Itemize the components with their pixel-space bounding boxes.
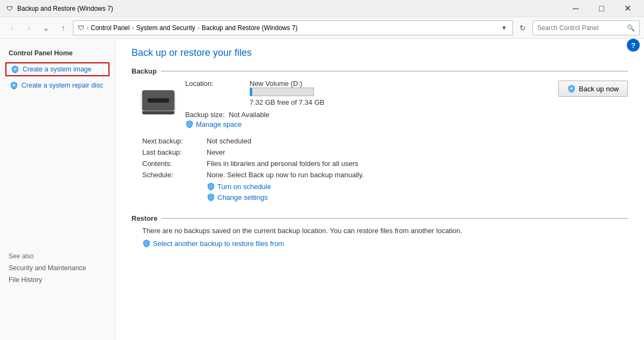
window-title: Backup and Restore (Windows 7): [17, 5, 113, 12]
schedule-value: None. Select Back up now to run backup m…: [207, 171, 364, 179]
location-value-block: New Volume (D:) 7.32 GB free of 7.34 GB: [250, 79, 324, 110]
recent-button[interactable]: ⌄: [39, 20, 54, 35]
last-backup-value: Never: [207, 148, 225, 156]
shield-icon-schedule: [207, 182, 215, 191]
page-title: Back up or restore your files: [131, 47, 628, 59]
change-settings-row: Change settings: [131, 193, 628, 201]
sidebar-link-label-repair-disc: Create a system repair disc: [21, 82, 103, 89]
path-dropdown-button[interactable]: ▾: [500, 24, 508, 32]
close-button[interactable]: ✕: [615, 0, 640, 17]
backup-section-label: Backup: [131, 67, 157, 75]
title-bar-controls: ─ □ ✕: [564, 0, 640, 17]
back-up-now-button[interactable]: Back up now: [558, 81, 628, 97]
disk-progress-fill: [250, 88, 252, 96]
backup-size-row: Backup size: Not Available: [185, 111, 324, 119]
search-box: 🔍: [532, 20, 640, 35]
shield-icon-restore: [142, 239, 151, 248]
contents-value: Files in libraries and personal folders …: [207, 160, 358, 168]
app-icon: 🛡: [6, 5, 13, 12]
change-settings-label: Change settings: [217, 193, 268, 201]
turn-on-schedule-row: Turn on schedule: [131, 182, 628, 191]
maximize-button[interactable]: □: [589, 0, 614, 17]
disk-size: 7.32 GB free of 7.34 GB: [250, 98, 324, 106]
next-backup-label: Next backup:: [142, 137, 207, 145]
minimize-button[interactable]: ─: [564, 0, 588, 17]
select-another-backup-label: Select another backup to restore files f…: [153, 240, 284, 248]
next-backup-row: Next backup: Not scheduled: [142, 137, 628, 145]
forward-button[interactable]: ›: [21, 20, 36, 35]
search-icon: 🔍: [627, 24, 635, 32]
location-info-block: Location: New Volume (D:) 7.32 GB free o…: [142, 79, 324, 135]
backup-section: Backup Location:: [131, 67, 628, 201]
shield-icon-settings: [207, 193, 215, 201]
sidebar-link-repair-disc[interactable]: Create a system repair disc: [5, 79, 109, 91]
sidebar-link-label-system-image: Create a system image: [23, 66, 92, 73]
up-button[interactable]: ↑: [56, 20, 71, 35]
turn-on-schedule-link[interactable]: Turn on schedule: [207, 182, 271, 191]
location-name: New Volume (D:): [250, 79, 324, 88]
backup-size-value: Not Available: [229, 111, 269, 119]
refresh-button[interactable]: ↻: [515, 20, 530, 35]
backup-section-line: [161, 71, 628, 71]
location-details: Location: New Volume (D:) 7.32 GB free o…: [185, 79, 324, 135]
path-segment-3: Backup and Restore (Windows 7): [202, 24, 298, 32]
restore-section-header: Restore: [131, 214, 628, 222]
location-label: Location:: [185, 79, 250, 88]
path-sep3: ›: [197, 24, 200, 32]
back-button[interactable]: ‹: [4, 20, 19, 35]
manage-space-label: Manage space: [196, 120, 241, 128]
next-backup-value: Not scheduled: [207, 137, 251, 145]
help-button[interactable]: ?: [627, 39, 640, 52]
backup-section-header: Backup: [131, 67, 628, 75]
restore-description: There are no backups saved on the curren…: [131, 227, 628, 235]
restore-section: Restore There are no backups saved on th…: [131, 214, 628, 248]
back-up-now-label: Back up now: [579, 85, 619, 93]
search-input[interactable]: [537, 24, 625, 32]
restore-section-label: Restore: [131, 214, 157, 222]
last-backup-row: Last backup: Never: [142, 148, 628, 156]
address-path[interactable]: 🛡 › Control Panel › System and Security …: [73, 20, 513, 35]
sidebar-link-create-system-image[interactable]: Create a system image: [5, 62, 109, 76]
disk-progress-bar: [250, 88, 314, 96]
schedule-row: Schedule: None. Select Back up now to ru…: [142, 171, 628, 179]
contents-row: Contents: Files in libraries and persona…: [142, 160, 628, 168]
shield-icon-backup-btn: [567, 84, 576, 93]
path-sep2: ›: [132, 24, 134, 32]
sidebar: Control Panel Home Create a system image…: [0, 39, 115, 340]
shield-icon-system-image: [11, 65, 19, 74]
see-also-label: See also: [0, 242, 115, 262]
change-settings-link[interactable]: Change settings: [207, 193, 268, 201]
hdd-icon: [142, 90, 174, 114]
shield-icon-repair-disc: [10, 81, 18, 90]
path-segment-1: Control Panel: [91, 24, 130, 32]
select-backup-row: Select another backup to restore files f…: [131, 239, 628, 248]
contents-label: Contents:: [142, 160, 207, 168]
main-layout: Control Panel Home Create a system image…: [0, 39, 644, 340]
shield-icon-manage: [185, 120, 194, 128]
help-button-container: ?: [627, 39, 640, 52]
info-rows: Next backup: Not scheduled Last backup: …: [131, 137, 628, 179]
backup-size-label: Backup size:: [185, 111, 225, 119]
path-icon: 🛡: [78, 24, 84, 32]
sidebar-see-file-history[interactable]: File History: [0, 274, 115, 286]
last-backup-label: Last backup:: [142, 148, 207, 156]
sidebar-home[interactable]: Control Panel Home: [0, 47, 115, 59]
title-bar: 🛡 Backup and Restore (Windows 7) ─ □ ✕: [0, 0, 644, 17]
path-segment-2: System and Security: [136, 24, 195, 32]
turn-on-schedule-label: Turn on schedule: [217, 183, 271, 191]
title-bar-left: 🛡 Backup and Restore (Windows 7): [6, 5, 113, 12]
path-sep1: ›: [86, 24, 89, 32]
select-another-backup-link[interactable]: Select another backup to restore files f…: [142, 239, 284, 248]
address-bar: ‹ › ⌄ ↑ 🛡 › Control Panel › System and S…: [0, 17, 644, 39]
sidebar-see-security[interactable]: Security and Maintenance: [0, 262, 115, 274]
schedule-label: Schedule:: [142, 171, 207, 179]
content-area: Back up or restore your files Backup: [115, 39, 644, 340]
manage-space-link[interactable]: Manage space: [185, 120, 324, 128]
restore-section-line: [162, 218, 628, 219]
